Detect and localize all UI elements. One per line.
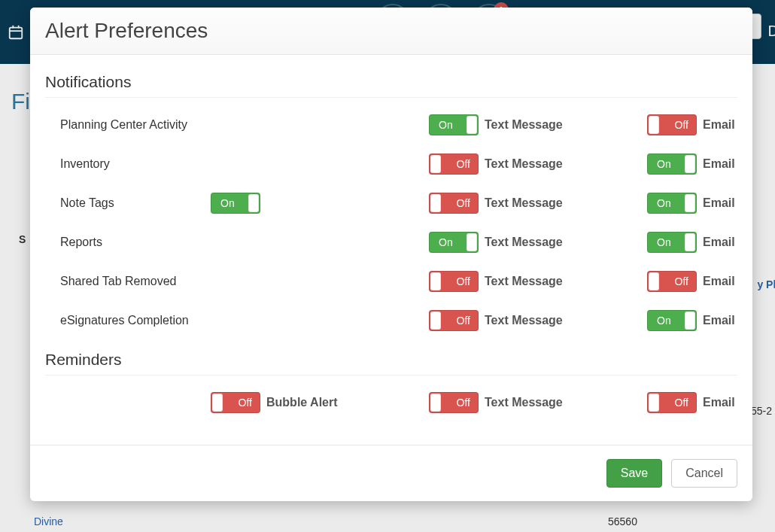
modal-header: Alert Preferences <box>30 8 752 55</box>
row-4-text-toggle-state-label: Off <box>457 275 470 287</box>
row-4-text-toggle-group: OffText Message <box>429 271 647 292</box>
row-1-email-toggle-label: Email <box>703 157 735 171</box>
row-4-email-toggle-group: OffEmail <box>647 271 752 292</box>
modal-footer: Save Cancel <box>30 445 752 501</box>
row-5-email-toggle[interactable]: On <box>647 310 697 331</box>
notification-row-label: eSignatures Completion <box>45 314 211 327</box>
row-4-text-toggle-label: Text Message <box>485 275 563 288</box>
cancel-button[interactable]: Cancel <box>671 459 737 488</box>
row-5-text-toggle-knob <box>430 312 441 330</box>
row-5-text-toggle-group: OffText Message <box>429 310 647 331</box>
row-1-email-toggle[interactable]: On <box>647 154 697 175</box>
reminder-bubble-toggle-state-label: Off <box>239 397 252 409</box>
row-2-extra-toggle-knob <box>248 194 259 212</box>
row-4-text-toggle-knob <box>430 272 441 290</box>
row-3-text-toggle-label: Text Message <box>485 236 563 249</box>
row-4-email-toggle-state-label: Off <box>675 275 688 287</box>
row-5-email-toggle-knob <box>685 312 695 330</box>
alert-preferences-modal: Alert Preferences Notifications Planning… <box>30 8 752 501</box>
row-0-email-toggle-knob <box>649 116 659 134</box>
reminder-text-toggle-label: Text Message <box>485 396 563 409</box>
notification-row: eSignatures CompletionOffText MessageOnE… <box>45 301 737 340</box>
row-5-email-toggle-state-label: On <box>657 315 671 327</box>
row-5-text-toggle-label: Text Message <box>485 314 563 327</box>
row-0-email-toggle[interactable]: Off <box>647 114 697 135</box>
row-5-email-toggle-label: Email <box>703 314 735 327</box>
row-3-email-toggle-state-label: On <box>657 236 671 248</box>
modal-body: Notifications Planning Center ActivityOn… <box>30 55 752 445</box>
modal-title: Alert Preferences <box>45 19 737 43</box>
extra-toggle-slot: On <box>211 193 429 214</box>
row-0-text-toggle-group: OnText Message <box>429 114 647 135</box>
notification-row: InventoryOffText MessageOnEmail <box>45 144 737 184</box>
row-2-text-toggle-state-label: Off <box>457 197 470 209</box>
save-button[interactable]: Save <box>606 459 662 488</box>
row-2-text-toggle-knob <box>430 194 441 212</box>
row-0-text-toggle-knob <box>467 116 477 134</box>
reminder-bubble-toggle-knob <box>212 394 223 412</box>
reminder-text-toggle[interactable]: Off <box>429 392 479 413</box>
row-3-email-toggle[interactable]: On <box>647 232 697 253</box>
reminder-email-toggle-knob <box>649 394 659 412</box>
reminder-text-toggle-group: OffText Message <box>429 392 647 413</box>
row-0-text-toggle-state-label: On <box>439 119 453 131</box>
notification-row-label: Reports <box>45 236 211 249</box>
notifications-section-title: Notifications <box>45 62 737 98</box>
reminder-email-toggle-group: OffEmail <box>647 392 752 413</box>
row-1-email-toggle-group: OnEmail <box>647 154 752 175</box>
row-2-text-toggle-group: OffText Message <box>429 193 647 214</box>
row-0-email-toggle-group: OffEmail <box>647 114 752 135</box>
notification-row: ReportsOnText MessageOnEmail <box>45 223 737 262</box>
reminder-bubble-toggle[interactable]: Off <box>211 392 260 413</box>
row-2-text-toggle[interactable]: Off <box>429 193 479 214</box>
row-3-email-toggle-label: Email <box>703 236 735 249</box>
reminder-row: OffBubble AlertOffText MessageOffEmail <box>45 383 737 422</box>
reminder-rows: OffBubble AlertOffText MessageOffEmail <box>45 383 737 422</box>
row-3-text-toggle-state-label: On <box>439 236 453 248</box>
row-5-text-toggle[interactable]: Off <box>429 310 479 331</box>
row-2-email-toggle-knob <box>685 194 695 212</box>
row-1-email-toggle-knob <box>685 155 695 173</box>
row-3-email-toggle-knob <box>685 233 695 251</box>
notification-row-label: Note Tags <box>45 196 211 210</box>
row-2-text-toggle-label: Text Message <box>485 196 563 210</box>
row-0-email-toggle-state-label: Off <box>675 119 688 131</box>
reminder-text-toggle-knob <box>430 394 441 412</box>
reminder-bubble-toggle-label: Bubble Alert <box>266 396 338 409</box>
row-1-text-toggle-knob <box>430 155 441 173</box>
row-0-email-toggle-label: Email <box>703 118 735 132</box>
reminders-section-title: Reminders <box>45 340 737 375</box>
row-1-text-toggle-group: OffText Message <box>429 154 647 175</box>
reminder-bubble-toggle-group: OffBubble Alert <box>211 392 429 413</box>
row-3-text-toggle-group: OnText Message <box>429 232 647 253</box>
row-2-email-toggle-group: OnEmail <box>647 193 752 214</box>
row-3-text-toggle-knob <box>467 233 477 251</box>
row-3-email-toggle-group: OnEmail <box>647 232 752 253</box>
row-1-text-toggle[interactable]: Off <box>429 154 479 175</box>
row-4-email-toggle[interactable]: Off <box>647 271 697 292</box>
row-5-text-toggle-state-label: Off <box>457 315 470 327</box>
row-4-email-toggle-knob <box>649 272 659 290</box>
row-2-extra-toggle[interactable]: On <box>211 193 260 214</box>
row-2-extra-toggle-state-label: On <box>220 197 235 209</box>
row-1-text-toggle-state-label: Off <box>457 158 470 170</box>
notification-rows: Planning Center ActivityOnText MessageOf… <box>45 105 737 340</box>
notification-row: Shared Tab RemovedOffText MessageOffEmai… <box>45 262 737 301</box>
row-1-email-toggle-state-label: On <box>657 158 671 170</box>
notification-row-label: Planning Center Activity <box>45 118 211 132</box>
row-2-email-toggle-label: Email <box>703 196 735 210</box>
reminder-text-toggle-state-label: Off <box>457 397 470 409</box>
row-0-text-toggle[interactable]: On <box>429 114 479 135</box>
row-2-email-toggle-state-label: On <box>657 197 671 209</box>
reminder-email-toggle-state-label: Off <box>675 397 688 409</box>
row-0-text-toggle-label: Text Message <box>485 118 563 132</box>
notification-row: Note TagsOnOffText MessageOnEmail <box>45 184 737 223</box>
notification-row-label: Inventory <box>45 157 211 171</box>
notification-row: Planning Center ActivityOnText MessageOf… <box>45 105 737 144</box>
row-5-email-toggle-group: OnEmail <box>647 310 752 331</box>
row-3-text-toggle[interactable]: On <box>429 232 479 253</box>
reminder-email-toggle[interactable]: Off <box>647 392 697 413</box>
row-2-email-toggle[interactable]: On <box>647 193 697 214</box>
row-4-text-toggle[interactable]: Off <box>429 271 479 292</box>
reminder-email-toggle-label: Email <box>703 396 735 409</box>
